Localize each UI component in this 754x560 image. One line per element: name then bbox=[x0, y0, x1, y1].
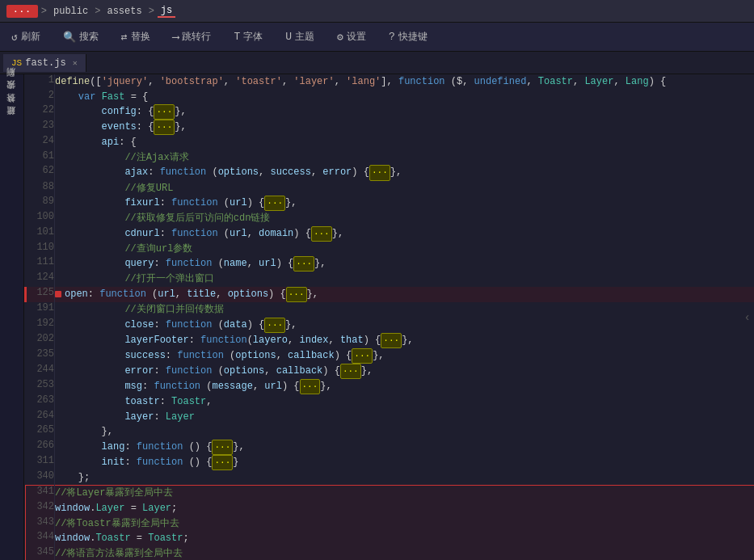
theme-icon: U bbox=[285, 31, 292, 43]
table-row: 100 //获取修复后后可访问的cdn链接 bbox=[26, 211, 755, 226]
breadcrumb-assets[interactable]: assets bbox=[103, 6, 145, 17]
table-row: 191 //关闭窗口并回传数据 bbox=[26, 302, 755, 318]
table-row: 253 msg: function (message, url) {···}, bbox=[26, 379, 755, 394]
breadcrumb-public[interactable]: public bbox=[50, 6, 91, 17]
table-row: 265 }, bbox=[26, 424, 755, 440]
sidebar-new[interactable]: 新建 bbox=[4, 120, 19, 126]
js-file-icon: JS bbox=[11, 58, 22, 68]
table-row: 2 var Fast = { bbox=[26, 90, 755, 105]
sidebar-replace2[interactable]: 替换 bbox=[4, 107, 19, 113]
toolbar: ↺ 刷新 🔍 搜索 ⇄ 替换 ⟶ 跳转行 T 字体 U 主题 ⚙ 设置 ? 快捷… bbox=[0, 23, 754, 52]
toolbar-theme-label: 主题 bbox=[295, 30, 314, 44]
toolbar-refresh[interactable]: ↺ 刷新 bbox=[6, 27, 45, 47]
table-row: 110 //查询url参数 bbox=[26, 242, 755, 257]
table-row: 24 api: { bbox=[26, 135, 755, 150]
table-row: 340 }; bbox=[26, 470, 755, 486]
toolbar-settings[interactable]: ⚙ 设置 bbox=[332, 27, 371, 47]
code-table: 1 define(['jquery', 'bootstrap', 'toastr… bbox=[24, 74, 754, 560]
toolbar-refresh-label: 刷新 bbox=[21, 30, 40, 44]
toolbar-replace-label: 替换 bbox=[131, 30, 150, 44]
settings-icon: ⚙ bbox=[337, 31, 343, 44]
table-row: 61 //注Ajax请求 bbox=[26, 150, 755, 166]
toolbar-search-label: 搜索 bbox=[79, 30, 99, 44]
table-row: 343 //将Toastr暴露到全局中去 bbox=[26, 516, 755, 532]
shortcuts-icon: ? bbox=[389, 31, 395, 43]
table-row: 22 config: {···}, bbox=[26, 104, 755, 120]
tab-close-button[interactable]: ✕ bbox=[73, 58, 78, 68]
table-row: 101 cdnurl: function (url, domain) {···}… bbox=[26, 226, 755, 242]
sidebar-refresh[interactable]: 刷新 bbox=[4, 81, 19, 87]
editor-main: 刷新 搜索 替换 新建 1 define(['jquery', 'bootstr… bbox=[0, 74, 754, 560]
table-row: 89 fixurl: function (url) {···}, bbox=[26, 196, 755, 211]
table-row: 264 layer: Layer bbox=[26, 410, 755, 425]
toolbar-shortcuts-label: 快捷键 bbox=[398, 30, 428, 44]
table-row: 311 init: function () {···} bbox=[26, 455, 755, 470]
title-bar: ··· > public > assets > js bbox=[0, 0, 754, 23]
toolbar-search[interactable]: 🔍 搜索 bbox=[58, 27, 103, 47]
toolbar-font[interactable]: T 字体 bbox=[229, 27, 267, 47]
table-row: 202 layerFooter: function(layero, index,… bbox=[26, 333, 755, 348]
toolbar-settings-label: 设置 bbox=[347, 30, 366, 44]
table-row: 342 window.Layer = Layer; bbox=[26, 501, 755, 516]
toolbar-shortcuts[interactable]: ? 快捷键 bbox=[384, 27, 432, 47]
sidebar-search2[interactable]: 搜索 bbox=[4, 94, 19, 100]
table-row: 124 //打开一个弹出窗口 bbox=[26, 272, 755, 287]
table-row: 88 //修复URL bbox=[26, 181, 755, 196]
toolbar-font-label: 字体 bbox=[243, 30, 263, 44]
table-row: 345 //将语言方法暴露到全局中去 bbox=[26, 546, 755, 560]
table-row: 125 open: function (url, title, options)… bbox=[26, 287, 755, 302]
table-row: 344 window.Toastr = Toastr; bbox=[26, 531, 755, 546]
table-row: 266 lang: function () {···}, bbox=[26, 440, 755, 455]
breadcrumb-js[interactable]: js bbox=[158, 5, 175, 18]
table-row: 263 toastr: Toastr, bbox=[26, 394, 755, 410]
toolbar-theme[interactable]: U 主题 bbox=[280, 27, 319, 47]
toolbar-goto-label: 跳转行 bbox=[182, 30, 211, 44]
breakpoint-marker[interactable] bbox=[55, 291, 61, 297]
sidebar-left: 刷新 搜索 替换 新建 bbox=[0, 74, 24, 560]
table-row: 341 //将Layer暴露到全局中去 bbox=[26, 486, 755, 501]
collapse-arrow[interactable]: ‹ bbox=[744, 311, 751, 324]
refresh-icon: ↺ bbox=[11, 31, 18, 44]
table-row: 111 query: function (name, url) {···}, bbox=[26, 256, 755, 272]
table-row: 192 close: function (data) {···}, bbox=[26, 318, 755, 333]
replace-icon: ⇄ bbox=[121, 31, 128, 44]
tab-bar: JS fast.js ✕ bbox=[0, 52, 754, 74]
code-editor[interactable]: 1 define(['jquery', 'bootstrap', 'toastr… bbox=[24, 74, 754, 560]
app-icon: ··· bbox=[6, 5, 38, 18]
tab-filename: fast.js bbox=[25, 57, 65, 69]
goto-icon: ⟶ bbox=[173, 31, 179, 44]
table-row: 235 success: function (options, callback… bbox=[26, 348, 755, 364]
table-row: 244 error: function (options, callback) … bbox=[26, 364, 755, 379]
table-row: 62 ajax: function (options, success, err… bbox=[26, 165, 755, 180]
font-icon: T bbox=[234, 31, 240, 43]
table-row: 23 events: {···}, bbox=[26, 120, 755, 135]
tab-fast-js[interactable]: JS fast.js ✕ bbox=[3, 54, 86, 72]
toolbar-replace[interactable]: ⇄ 替换 bbox=[116, 27, 155, 47]
search-icon: 🔍 bbox=[63, 31, 76, 44]
toolbar-goto[interactable]: ⟶ 跳转行 bbox=[168, 27, 217, 47]
table-row: 1 define(['jquery', 'bootstrap', 'toastr… bbox=[26, 74, 755, 90]
